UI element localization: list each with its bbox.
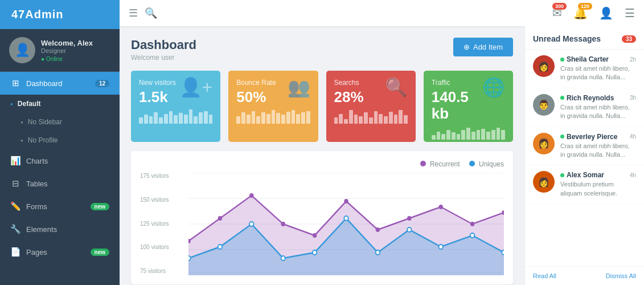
tables-label: Tables	[26, 180, 48, 188]
traffic-bars	[432, 121, 505, 142]
traffic-icon: 🌐	[482, 76, 505, 98]
stat-card-new-visitors: New visitors 1.5k 👤+	[131, 71, 220, 142]
search-icon[interactable]: 🔍	[145, 7, 157, 19]
msg-avatar-1: 👨	[533, 94, 555, 116]
msg-name-row-3: Alex Somar 4h	[560, 171, 636, 179]
sidebar: 47Admin 👤 Welcome, Alex Designer Online …	[0, 0, 120, 285]
page-subtitle: Welcome user	[131, 54, 196, 62]
bounce-rate-icon: 👥	[288, 76, 310, 98]
svg-point-13	[407, 216, 411, 221]
y-label-0: 175 visitors	[140, 173, 186, 179]
legend-uniques: Uniques	[469, 160, 504, 168]
stat-card-searchs: Searchs 28% 🔍	[326, 71, 416, 142]
email-notification[interactable]: ✉ 300	[552, 6, 562, 20]
msg-text-2: Cras sit amet nibh libero, in gravida nu…	[560, 142, 636, 160]
svg-point-11	[344, 199, 348, 203]
recurrent-label: Recurrent	[430, 160, 460, 168]
profile-status: Online	[41, 56, 93, 62]
sidebar-item-charts[interactable]: 📊 Charts	[0, 149, 120, 172]
msg-name-row-1: Rich Reynolds 3h	[560, 94, 636, 102]
svg-point-25	[407, 227, 411, 232]
bounce-rate-label: Bounce Rate	[236, 79, 276, 87]
msg-avatar-3: 👩	[533, 171, 555, 193]
chart-legend: Recurrent Uniques	[140, 160, 504, 168]
sidebar-item-tables[interactable]: ⊟ Tables	[0, 172, 120, 195]
sidebar-item-no-profile[interactable]: No Profile	[0, 131, 120, 149]
charts-icon: 📊	[10, 156, 20, 166]
new-visitors-icon: 👤+	[179, 76, 213, 98]
y-label-2: 125 visitors	[140, 221, 186, 227]
msg-text-0: Cras sit amet nibh libero, in gravida nu…	[560, 64, 636, 82]
user-icon[interactable]: 👤	[599, 6, 613, 20]
sidebar-item-no-sidebar[interactable]: No Sidebar	[0, 113, 120, 131]
page-header: Dashboard Welcome user ⊕ Add Item	[131, 38, 513, 62]
y-label-1: 150 visitors	[140, 197, 186, 203]
msg-text-3: Vestibulum pretium aliquam scelerisque.	[560, 180, 636, 198]
topbar: ☰ 🔍 ✉ 300 🔔 120 👤 ☰	[120, 0, 644, 26]
msg-online-1	[560, 96, 564, 100]
msg-name-row-0: Sheila Carter 2h	[560, 55, 636, 63]
svg-point-27	[470, 233, 474, 238]
svg-point-15	[470, 222, 474, 226]
msg-name-0: Sheila Carter	[560, 55, 609, 63]
sidebar-item-elements[interactable]: 🔧 Elements	[0, 218, 120, 241]
add-item-label: Add Item	[473, 43, 503, 51]
sidebar-item-label: Dashboard	[26, 79, 63, 88]
uniques-label: Uniques	[479, 160, 504, 168]
svg-point-14	[439, 205, 443, 209]
forms-label: Forms	[26, 202, 47, 211]
new-visitors-value: 1.5k	[139, 89, 176, 105]
sidebar-item-forms[interactable]: ✏️ Forms new	[0, 195, 120, 218]
charts-label: Charts	[26, 157, 48, 165]
sidebar-subheader-default: Default	[0, 95, 120, 113]
message-item-0[interactable]: 👩 Sheila Carter 2h Cras sit amet nibh li…	[525, 50, 644, 88]
main-content: Dashboard Welcome user ⊕ Add Item New vi…	[120, 26, 524, 285]
msg-name-1: Rich Reynolds	[560, 94, 614, 102]
read-all-link[interactable]: Read All	[533, 272, 556, 279]
pages-label: Pages	[26, 248, 47, 256]
add-item-button[interactable]: ⊕ Add Item	[453, 38, 513, 56]
searchs-bars	[334, 105, 408, 126]
no-profile-label: No Profile	[28, 136, 58, 144]
msg-time-1: 3h	[630, 95, 636, 101]
bounce-rate-value: 50%	[236, 89, 276, 105]
stat-card-bounce-rate: Bounce Rate 50% 👥	[228, 71, 318, 142]
uniques-dot	[469, 161, 475, 166]
chart-container: Recurrent Uniques 175 visitors 150 visit…	[131, 151, 513, 284]
msg-avatar-2: 👩	[533, 133, 555, 154]
no-sidebar-label: No Sidebar	[28, 118, 62, 126]
msg-online-2	[560, 135, 564, 139]
pages-icon: 📄	[10, 247, 20, 257]
dashboard-icon: ⊞	[10, 78, 20, 88]
msg-name-2: Beverley Pierce	[560, 133, 617, 141]
menu-icon[interactable]: ☰	[129, 7, 138, 19]
dismiss-all-link[interactable]: Dismiss All	[606, 272, 636, 279]
sidebar-item-dashboard[interactable]: ⊞ Dashboard 12	[0, 72, 120, 95]
bell-notification[interactable]: 🔔 120	[573, 6, 588, 20]
stat-cards: New visitors 1.5k 👤+	[131, 71, 513, 142]
message-item-2[interactable]: 👩 Beverley Pierce 4h Cras sit amet nibh …	[525, 127, 644, 166]
recurrent-dot	[420, 161, 426, 166]
sidebar-nav: ⊞ Dashboard 12 Default No Sidebar No Pro…	[0, 72, 120, 285]
svg-point-12	[376, 227, 380, 232]
new-visitors-bars	[139, 105, 212, 126]
msg-body-1: Rich Reynolds 3h Cras sit amet nibh libe…	[560, 94, 636, 121]
msg-online-0	[560, 58, 564, 62]
svg-point-20	[249, 222, 253, 226]
chart-svg	[188, 173, 504, 275]
panel-header: Unread Messages 33	[525, 26, 644, 50]
svg-point-7	[218, 216, 222, 221]
more-menu-icon[interactable]: ☰	[625, 6, 635, 20]
message-item-1[interactable]: 👨 Rich Reynolds 3h Cras sit amet nibh li…	[525, 88, 644, 127]
svg-point-19	[218, 245, 222, 249]
tables-icon: ⊟	[10, 178, 20, 189]
svg-point-26	[439, 245, 443, 249]
sidebar-item-pages[interactable]: 📄 Pages new	[0, 241, 120, 263]
msg-body-3: Alex Somar 4h Vestibulum pretium aliquam…	[560, 171, 636, 198]
bounce-rate-bars	[236, 105, 310, 126]
msg-time-2: 4h	[630, 133, 636, 140]
page-title-block: Dashboard Welcome user	[131, 38, 196, 62]
chart-area: 175 visitors 150 visitors 125 visitors 1…	[140, 173, 504, 275]
searchs-label: Searchs	[334, 79, 364, 87]
message-item-3[interactable]: 👩 Alex Somar 4h Vestibulum pretium aliqu…	[525, 165, 644, 204]
